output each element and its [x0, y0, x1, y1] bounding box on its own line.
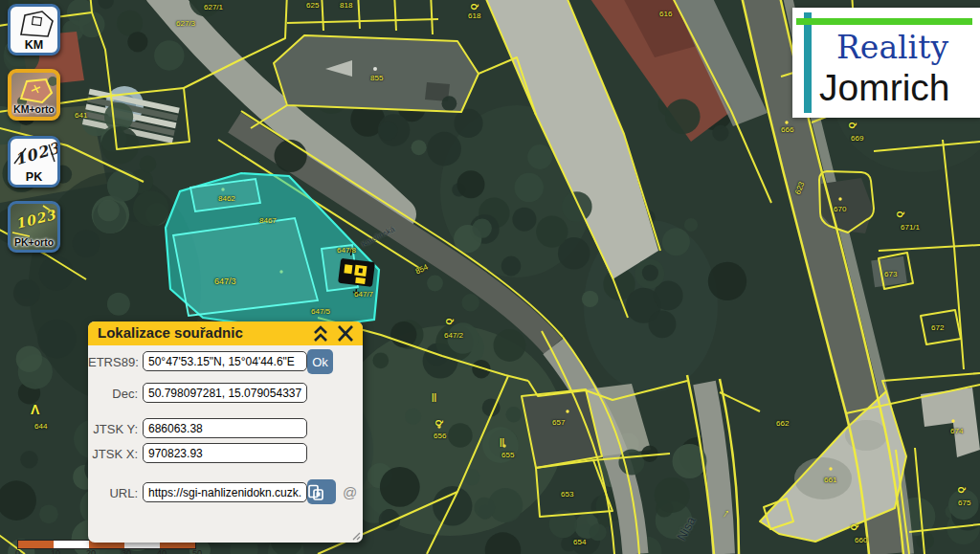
- layer-button-pk[interactable]: 1023 PK: [8, 136, 60, 188]
- dec-label: Dec:: [88, 387, 138, 401]
- jtsk-y-label: JTSK Y:: [88, 422, 138, 436]
- layer-button-km-orto[interactable]: KM+orto: [8, 69, 60, 121]
- layer-button-pk-orto[interactable]: 1023 PK+orto: [8, 201, 60, 253]
- logo-green-bar: [796, 18, 972, 25]
- map-viewport: 627/1627/362581861861664184628467647/864…: [0, 0, 980, 554]
- url-input[interactable]: [143, 482, 307, 502]
- copy-url-button[interactable]: [307, 479, 336, 504]
- url-label: URL:: [88, 486, 138, 500]
- logo-line2: Jomrich: [819, 67, 950, 109]
- reality-jomrich-logo: Reality Jomrich: [792, 8, 980, 118]
- layer-button-label: KM+orto: [11, 102, 56, 117]
- jtsk-y-input[interactable]: [143, 418, 307, 438]
- dialog-title: Lokalizace souřadnic: [98, 324, 243, 341]
- layer-button-label: PK+orto: [11, 235, 57, 250]
- resize-handle[interactable]: [352, 532, 361, 541]
- close-icon[interactable]: [336, 324, 355, 343]
- dialog-titlebar[interactable]: Lokalizace souřadnic: [88, 321, 363, 345]
- jtsk-x-input[interactable]: [143, 443, 307, 463]
- ok-button[interactable]: Ok: [307, 349, 333, 374]
- collapse-icon[interactable]: [311, 324, 330, 343]
- layer-button-km[interactable]: KM: [8, 4, 60, 55]
- layer-button-label: PK: [11, 170, 57, 185]
- etrs89-label: ETRS89:: [88, 355, 138, 369]
- logo-teal-bar: [804, 12, 812, 113]
- copy-icon: [307, 484, 324, 501]
- etrs89-input[interactable]: [143, 351, 307, 371]
- logo-line1: Reality: [836, 29, 948, 66]
- email-icon[interactable]: @: [343, 484, 357, 500]
- dec-input[interactable]: [143, 383, 307, 403]
- layer-button-label: KM: [11, 38, 57, 53]
- jtsk-x-label: JTSK X:: [88, 447, 138, 461]
- localization-dialog: Lokalizace souřadnic ETRS89: Ok Dec: JTS…: [88, 321, 363, 543]
